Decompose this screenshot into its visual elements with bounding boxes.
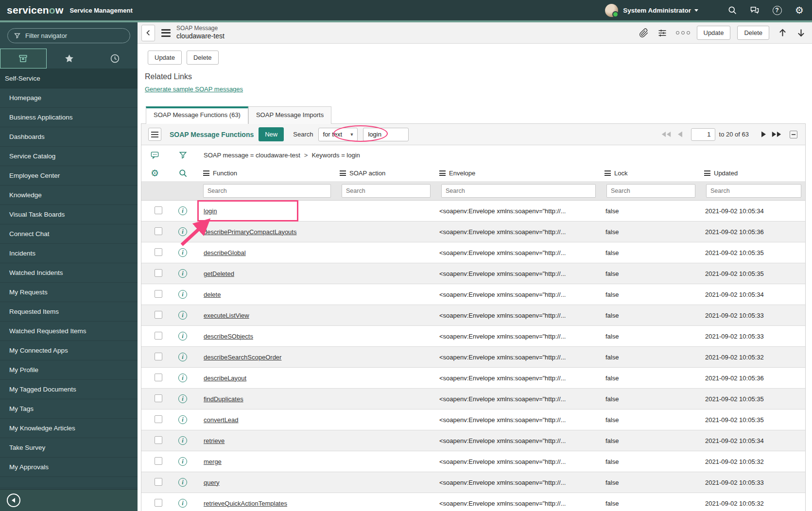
updated-column-search[interactable] — [706, 184, 801, 198]
row-checkbox[interactable] — [155, 227, 162, 235]
last-page-icon[interactable] — [771, 131, 782, 138]
global-search-icon[interactable] — [727, 5, 737, 15]
soap-action-column-search[interactable] — [342, 184, 431, 198]
collapse-sidebar-icon[interactable] — [7, 494, 20, 507]
sidebar-item[interactable]: My Approvals — [0, 458, 138, 477]
row-checkbox[interactable] — [155, 436, 162, 444]
breadcrumb-funnel-icon[interactable] — [168, 151, 197, 160]
update-button[interactable]: Update — [148, 51, 182, 65]
info-icon[interactable]: i — [178, 499, 187, 508]
sidebar-item[interactable]: Homepage — [0, 88, 138, 108]
row-checkbox[interactable] — [155, 394, 162, 402]
personalize-form-sliders-icon[interactable] — [657, 28, 667, 38]
function-link[interactable]: login — [204, 207, 217, 215]
function-link[interactable]: describePrimaryCompactLayouts — [204, 228, 296, 236]
column-menu-icon[interactable] — [340, 170, 346, 176]
info-icon[interactable]: i — [178, 332, 187, 341]
delete-button[interactable]: Delete — [187, 51, 219, 65]
tab-history[interactable] — [92, 49, 138, 68]
function-link[interactable]: merge — [204, 458, 222, 465]
sidebar-item[interactable]: Incidents — [0, 244, 138, 263]
settings-gear-icon[interactable]: ⚙ — [795, 5, 804, 15]
list-chat-icon[interactable] — [141, 151, 168, 160]
sidebar-item[interactable]: Watched Requested Items — [0, 322, 138, 341]
info-icon[interactable]: i — [178, 415, 187, 424]
function-link[interactable]: describeGlobal — [204, 249, 246, 256]
sidebar-item[interactable]: Employee Center — [0, 166, 138, 186]
row-checkbox[interactable] — [155, 269, 162, 277]
first-page-icon[interactable] — [661, 131, 672, 138]
sidebar-section-self-service[interactable]: Self-Service — [0, 68, 138, 88]
form-context-menu-icon[interactable] — [161, 29, 171, 37]
function-link[interactable]: retrieve — [204, 437, 225, 444]
generate-sample-link[interactable]: Generate sample SOAP messages — [145, 85, 243, 93]
row-checkbox[interactable] — [155, 353, 162, 360]
chat-icon[interactable] — [750, 5, 760, 15]
new-button[interactable]: New — [259, 127, 284, 141]
personalize-list-gear-icon[interactable]: ⚙ — [141, 169, 168, 178]
row-checkbox[interactable] — [155, 457, 162, 465]
row-checkbox[interactable] — [155, 332, 162, 340]
sidebar-item[interactable]: Visual Task Boards — [0, 205, 138, 224]
tab-favorites[interactable] — [47, 49, 92, 68]
info-icon[interactable]: i — [178, 353, 187, 361]
user-avatar[interactable] — [605, 4, 618, 17]
back-button[interactable] — [141, 25, 155, 41]
sidebar-item[interactable]: My Connected Apps — [0, 341, 138, 360]
next-page-icon[interactable] — [760, 131, 767, 138]
sidebar-item[interactable]: My Profile — [0, 360, 138, 380]
lock-column-search[interactable] — [606, 184, 695, 198]
info-icon[interactable]: i — [178, 206, 187, 215]
tab-all-applications[interactable] — [0, 49, 47, 68]
column-header-envelope[interactable]: Envelope — [435, 170, 601, 177]
breadcrumb-filter-condition[interactable]: SOAP message = cloudaware-test — [204, 152, 300, 159]
sidebar-item[interactable]: Watched Incidents — [0, 263, 138, 283]
user-menu-caret-icon[interactable] — [694, 9, 698, 12]
more-options-icon[interactable] — [676, 31, 690, 34]
user-name[interactable]: System Administrator — [623, 7, 691, 14]
sidebar-item[interactable]: Dashboards — [0, 127, 138, 147]
info-icon[interactable]: i — [178, 478, 187, 487]
row-checkbox[interactable] — [155, 206, 162, 214]
sidebar-item[interactable]: My Requests — [0, 283, 138, 302]
sidebar-item[interactable]: Business Applications — [0, 108, 138, 127]
function-link[interactable]: describeLayout — [204, 375, 246, 382]
row-checkbox[interactable] — [155, 248, 162, 256]
list-context-menu-icon[interactable] — [148, 128, 161, 141]
function-column-search[interactable] — [203, 184, 331, 198]
column-menu-icon[interactable] — [605, 170, 611, 176]
column-header-lock[interactable]: Lock — [601, 170, 700, 177]
filter-navigator-input[interactable] — [7, 28, 130, 43]
sidebar-item[interactable]: My Knowledge Articles — [0, 419, 138, 438]
sidebar-item[interactable]: Take Survey — [0, 438, 138, 458]
info-icon[interactable]: i — [178, 269, 187, 278]
info-icon[interactable]: i — [178, 311, 187, 320]
row-checkbox[interactable] — [155, 478, 162, 486]
function-link[interactable]: query — [204, 479, 220, 486]
sidebar-item[interactable]: Connect Chat — [0, 224, 138, 244]
info-icon[interactable]: i — [178, 436, 187, 445]
function-link[interactable]: getDeleted — [204, 270, 234, 277]
info-icon[interactable]: i — [178, 248, 187, 257]
header-delete-button[interactable]: Delete — [737, 26, 769, 40]
row-checkbox[interactable] — [155, 499, 162, 507]
info-icon[interactable]: i — [178, 457, 187, 466]
search-type-select[interactable]: for text▼ — [318, 128, 358, 141]
function-link[interactable]: executeListView — [204, 312, 249, 319]
sidebar-item[interactable]: My Tags — [0, 399, 138, 419]
function-link[interactable]: describeSObjects — [204, 333, 253, 340]
next-record-icon[interactable] — [796, 28, 806, 38]
info-icon[interactable]: i — [178, 374, 187, 382]
row-checkbox[interactable] — [155, 374, 162, 381]
function-link[interactable]: convertLead — [204, 416, 239, 424]
column-header-soap-action[interactable]: SOAP action — [336, 170, 435, 177]
tab-soap-message-functions[interactable]: SOAP Message Functions (63) — [146, 106, 248, 124]
sidebar-item[interactable]: My Tagged Documents — [0, 380, 138, 399]
list-search-input[interactable] — [363, 128, 409, 141]
page-number-input[interactable] — [691, 128, 715, 141]
column-menu-icon[interactable] — [203, 170, 209, 176]
info-icon[interactable]: i — [178, 290, 187, 299]
list-search-toggle-icon[interactable] — [168, 169, 197, 178]
row-checkbox[interactable] — [155, 415, 162, 423]
column-header-updated[interactable]: Updated — [700, 170, 806, 177]
